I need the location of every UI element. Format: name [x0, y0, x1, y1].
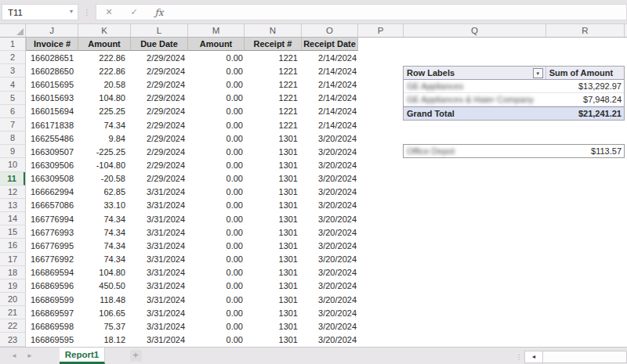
- row-header-9[interactable]: 9: [0, 145, 25, 158]
- grid-cell[interactable]: 2/14/2024: [302, 64, 358, 77]
- grid-cell[interactable]: 0.00: [188, 225, 245, 239]
- grid-cell[interactable]: 0.00: [188, 132, 245, 145]
- grid-cell[interactable]: 1301: [245, 212, 302, 225]
- tab-scroll-right-icon[interactable]: ►: [22, 348, 38, 364]
- row-header-7[interactable]: 7: [0, 118, 25, 132]
- row-header-10[interactable]: 10: [0, 158, 25, 171]
- grid-cell[interactable]: 166015693: [26, 92, 78, 105]
- grid-cell[interactable]: 1301: [245, 319, 302, 333]
- vendor-name-cell[interactable]: Office Depot: [404, 146, 545, 156]
- row-header-23[interactable]: 23: [0, 333, 25, 346]
- grid-cell[interactable]: 3/20/2024: [302, 199, 358, 212]
- grid-cell[interactable]: 1301: [245, 132, 302, 145]
- grid-cell[interactable]: 166255486: [26, 132, 78, 145]
- grid-cell[interactable]: 33.10: [78, 199, 131, 212]
- grid-cell[interactable]: 1301: [245, 266, 302, 279]
- grid-cell[interactable]: 3/20/2024: [302, 132, 358, 145]
- column-header-N[interactable]: N: [245, 24, 302, 37]
- grid-cell[interactable]: 1221: [245, 92, 302, 105]
- grid-cell[interactable]: 3/31/2024: [131, 239, 188, 252]
- grid-cell[interactable]: 1301: [245, 239, 302, 252]
- grid-cell[interactable]: 1301: [245, 333, 302, 346]
- grid-cell[interactable]: 0.00: [188, 158, 245, 171]
- grid-cell[interactable]: 1301: [245, 293, 302, 306]
- row-header-3[interactable]: 3: [0, 64, 25, 77]
- grid-cell[interactable]: 166662994: [26, 186, 78, 199]
- grid-cell[interactable]: 3/31/2024: [131, 253, 188, 266]
- grid-cell[interactable]: 222.86: [78, 51, 131, 64]
- row-header-13[interactable]: 13: [0, 199, 25, 212]
- grid-cell[interactable]: 166869598: [26, 319, 78, 333]
- grid-cell[interactable]: 3/20/2024: [302, 186, 358, 199]
- pivot-value-header[interactable]: Sum of Amount: [546, 68, 624, 77]
- grid-cell[interactable]: 1301: [245, 158, 302, 171]
- column-header-Q[interactable]: Q: [404, 24, 546, 37]
- grid-cell[interactable]: 3/20/2024: [302, 145, 358, 158]
- grid-cell[interactable]: 166309507: [26, 145, 78, 158]
- select-all-corner[interactable]: [0, 24, 26, 37]
- grid-cell[interactable]: 0.00: [188, 293, 245, 306]
- grid-cell[interactable]: 166869595: [26, 333, 78, 346]
- grid-cell[interactable]: 2/14/2024: [302, 92, 358, 105]
- grid-cell[interactable]: 0.00: [188, 92, 245, 105]
- grid-cell[interactable]: 1301: [245, 225, 302, 239]
- row-header-4[interactable]: 4: [0, 77, 25, 91]
- grid-cell[interactable]: 0.00: [188, 239, 245, 252]
- new-sheet-button[interactable]: +: [127, 348, 144, 364]
- row-header-19[interactable]: 19: [0, 279, 25, 293]
- grid-cell[interactable]: 2/29/2024: [131, 77, 188, 91]
- column-header-cell[interactable]: Receipt Date: [302, 38, 358, 51]
- grid-cell[interactable]: 450.50: [78, 279, 131, 293]
- grid-cell[interactable]: 0.00: [188, 199, 245, 212]
- grid-cell[interactable]: 166869596: [26, 279, 78, 293]
- row-header-18[interactable]: 18: [0, 266, 25, 279]
- grid-cell[interactable]: 1301: [245, 279, 302, 293]
- grid-cell[interactable]: 0.00: [188, 145, 245, 158]
- cancel-icon[interactable]: ✕: [96, 7, 121, 17]
- grid-cell[interactable]: 166171838: [26, 118, 78, 132]
- scrollbar-thumb[interactable]: [543, 351, 627, 363]
- grid-cell[interactable]: 2/14/2024: [302, 51, 358, 64]
- grid-cell[interactable]: 1221: [245, 118, 302, 132]
- grid-cell[interactable]: 1301: [245, 253, 302, 266]
- column-header-M[interactable]: M: [188, 24, 245, 37]
- column-header-L[interactable]: L: [131, 24, 188, 37]
- grid-cell[interactable]: 0.00: [188, 118, 245, 132]
- grid-cell[interactable]: 3/20/2024: [302, 225, 358, 239]
- grid-cell[interactable]: 3/20/2024: [302, 253, 358, 266]
- grid-cell[interactable]: 3/31/2024: [131, 293, 188, 306]
- grid-cell[interactable]: 166309506: [26, 158, 78, 171]
- grid-cell[interactable]: 0.00: [188, 64, 245, 77]
- grid-cell[interactable]: 2/29/2024: [131, 145, 188, 158]
- grid-cell[interactable]: 0.00: [188, 186, 245, 199]
- grid-cell[interactable]: 1221: [245, 64, 302, 77]
- grid-cell[interactable]: 3/31/2024: [131, 266, 188, 279]
- grid-cell[interactable]: 2/29/2024: [131, 132, 188, 145]
- grid-cell[interactable]: 0.00: [188, 279, 245, 293]
- row-header-1[interactable]: 1: [0, 38, 25, 51]
- grid-cell[interactable]: 166776994: [26, 212, 78, 225]
- pivot-row-labels-header[interactable]: Row Labels ▾: [404, 67, 546, 79]
- grid-cell[interactable]: -104.80: [78, 158, 131, 171]
- grid-cell[interactable]: 1221: [245, 77, 302, 91]
- grid-cell[interactable]: 2/29/2024: [131, 172, 188, 186]
- filter-dropdown-icon[interactable]: ▾: [533, 68, 543, 78]
- grid-cell[interactable]: 1301: [245, 172, 302, 186]
- grid-cell[interactable]: 3/20/2024: [302, 279, 358, 293]
- pivot-row-value[interactable]: $13,292.97: [546, 81, 624, 91]
- grid-cell[interactable]: 166015695: [26, 77, 78, 91]
- grid-cell[interactable]: 2/14/2024: [302, 118, 358, 132]
- grid-cell[interactable]: 104.80: [78, 92, 131, 105]
- pivot-row-value[interactable]: $7,948.24: [546, 95, 624, 104]
- grid-cell[interactable]: 166657086: [26, 199, 78, 212]
- grid-cell[interactable]: 3/20/2024: [302, 172, 358, 186]
- grid-cell[interactable]: 0.00: [188, 266, 245, 279]
- grid-cell[interactable]: -20.58: [78, 172, 131, 186]
- grid-cell[interactable]: 2/29/2024: [131, 118, 188, 132]
- grid-cell[interactable]: 3/20/2024: [302, 333, 358, 346]
- grid-cell[interactable]: 74.34: [78, 253, 131, 266]
- row-header-16[interactable]: 16: [0, 239, 25, 252]
- grid-cell[interactable]: 166028650: [26, 64, 78, 77]
- grid-cell[interactable]: 1301: [245, 145, 302, 158]
- grid-cell[interactable]: 166015694: [26, 105, 78, 118]
